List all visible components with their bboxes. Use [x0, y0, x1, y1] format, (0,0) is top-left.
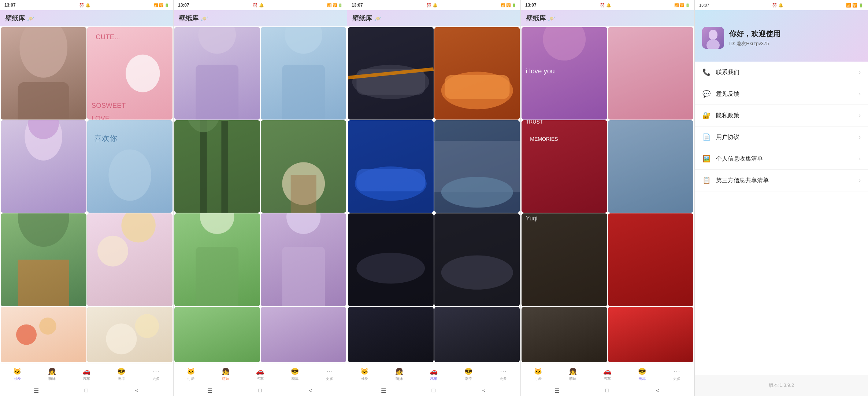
- grid-cell-3-2[interactable]: [434, 27, 520, 120]
- nav-more-3[interactable]: ⋯ 更多: [486, 367, 520, 381]
- grid-cell-1-3[interactable]: [1, 120, 86, 213]
- feedback-label: 意见反馈: [716, 90, 859, 98]
- grid-cell-2-8[interactable]: [261, 307, 346, 362]
- home-btn-4[interactable]: □: [605, 387, 609, 394]
- grid-cell-3-5[interactable]: [348, 213, 434, 306]
- grid-cell-1-7[interactable]: [1, 307, 86, 362]
- grid-cell-4-4[interactable]: MARATHON: [608, 120, 694, 213]
- grid-cell-4-1[interactable]: i love you: [522, 27, 607, 120]
- arrow-icon-terms: ›: [859, 134, 861, 140]
- grid-cell-1-8[interactable]: [87, 307, 173, 362]
- nav-icon-mengmei-3: 👧: [395, 367, 403, 375]
- menu-btn-4[interactable]: ☰: [554, 387, 560, 394]
- menu-btn-2[interactable]: ☰: [207, 387, 212, 394]
- grid-cell-1-6[interactable]: [87, 213, 173, 306]
- menu-item-third-party[interactable]: 📋 第三方信息共享清单 ›: [695, 170, 868, 191]
- nav-chaoliu-1[interactable]: 😎 潮流: [104, 367, 139, 381]
- grid-cell-3-4[interactable]: [434, 120, 520, 213]
- nav-chaoliu-3[interactable]: 😎 潮流: [451, 367, 486, 381]
- grid-cell-3-1[interactable]: [348, 27, 434, 120]
- grid-cell-4-2[interactable]: Yuqi: [608, 27, 694, 120]
- menu-btn-1[interactable]: ☰: [34, 387, 39, 394]
- nav-mengmei-2[interactable]: 👧 萌妹: [208, 367, 243, 381]
- grid-cell-1-4[interactable]: 喜欢你: [87, 120, 173, 213]
- profile-status-bar: 13:07 ⏰ 🔔 📶 🛜 🔋: [695, 0, 868, 10]
- svg-rect-30: [290, 175, 316, 213]
- bottom-nav-3: 🐱 可爱 👧 萌妹 🚗 汽车 😎 潮流 ⋯ 更多: [347, 363, 520, 385]
- nav-mengmei-3[interactable]: 👧 萌妹: [382, 367, 417, 381]
- nav-icon-car-2: 🚗: [256, 367, 264, 375]
- svg-point-13: [121, 213, 155, 242]
- nav-cute-3[interactable]: 🐱 可爱: [347, 367, 382, 381]
- arrow-icon-feedback: ›: [859, 91, 861, 97]
- nav-more-2[interactable]: ⋯ 更多: [312, 367, 347, 381]
- svg-point-14: [97, 236, 128, 267]
- nav-label-cute-2: 可爱: [187, 376, 194, 381]
- personal-info-icon: 🖼️: [702, 155, 711, 163]
- svg-rect-22: [282, 65, 325, 120]
- nav-car-2[interactable]: 🚗 汽车: [243, 367, 278, 381]
- back-btn-1[interactable]: ＜: [134, 387, 140, 395]
- nav-chaoliu-4[interactable]: 😎 潮流: [625, 367, 660, 381]
- nav-cute-2[interactable]: 🐱 可爱: [174, 367, 208, 381]
- back-btn-4[interactable]: ＜: [654, 387, 660, 395]
- menu-item-privacy[interactable]: 🔐 隐私政策 ›: [695, 105, 868, 126]
- back-btn-2[interactable]: ＜: [307, 387, 313, 395]
- nav-label-mengmei-4: 萌妹: [569, 376, 576, 381]
- grid-cell-2-3[interactable]: [174, 120, 260, 213]
- home-btn-3[interactable]: □: [432, 387, 435, 394]
- grid-cell-4-6[interactable]: SMACK: [608, 213, 694, 306]
- nav-icon-mengmei-1: 👧: [48, 367, 56, 375]
- grid-row-1-2: 喜欢你: [1, 120, 173, 213]
- nav-chaoliu-2[interactable]: 😎 潮流: [278, 367, 312, 381]
- home-btn-1[interactable]: □: [85, 387, 88, 394]
- menu-item-personal-info[interactable]: 🖼️ 个人信息收集清单 ›: [695, 148, 868, 170]
- grid-cell-1-2[interactable]: Black CUTE... SOSWEET LOVE: [87, 27, 173, 120]
- menu-item-feedback[interactable]: 💬 意见反馈 ›: [695, 83, 868, 105]
- nav-label-more-4: 更多: [673, 376, 680, 381]
- grid-row-2-4: [174, 307, 346, 362]
- menu-item-contact[interactable]: 📞 联系我们 ›: [695, 62, 868, 83]
- svg-text:SOSWEET: SOSWEET: [91, 102, 125, 109]
- grid-cell-4-5[interactable]: love love love long love Yuqi: [522, 213, 607, 306]
- nav-more-4[interactable]: ⋯ 更多: [659, 367, 694, 381]
- menu-btn-3[interactable]: ☰: [381, 387, 386, 394]
- home-btn-2[interactable]: □: [258, 387, 262, 394]
- grid-cell-1-5[interactable]: [1, 213, 86, 306]
- header-title-1: 壁纸库: [5, 14, 25, 23]
- grid-cell-4-3[interactable]: TRUST MEMORIES: [522, 120, 607, 213]
- grid-cell-3-7[interactable]: [348, 307, 434, 362]
- nav-car-3[interactable]: 🚗 汽车: [416, 367, 451, 381]
- nav-cute-1[interactable]: 🐱 可爱: [0, 367, 35, 381]
- svg-rect-44: [356, 169, 425, 191]
- grid-cell-4-7[interactable]: [522, 307, 607, 362]
- grid-row-2-3: [174, 213, 346, 306]
- grid-cell-3-3[interactable]: [348, 120, 434, 213]
- grid-cell-2-2[interactable]: [261, 27, 346, 120]
- nav-icon-cute-4: 🐱: [534, 367, 542, 375]
- grid-cell-2-1[interactable]: [174, 27, 260, 120]
- sys-bar-4: ☰ □ ＜: [521, 385, 694, 396]
- svg-text:MEMORIES: MEMORIES: [530, 136, 558, 142]
- nav-label-chaoliu-1: 潮流: [118, 376, 125, 381]
- grid-cell-2-7[interactable]: [174, 307, 260, 362]
- grid-cell-1-1[interactable]: [1, 27, 86, 120]
- nav-car-4[interactable]: 🚗 汽车: [590, 367, 625, 381]
- svg-point-33: [286, 213, 320, 234]
- svg-rect-32: [196, 247, 238, 306]
- nav-more-1[interactable]: ⋯ 更多: [138, 367, 173, 381]
- svg-rect-60: [608, 120, 694, 213]
- nav-mengmei-4[interactable]: 👧 萌妹: [556, 367, 590, 381]
- grid-cell-3-6[interactable]: [434, 213, 520, 306]
- grid-cell-2-6[interactable]: [261, 213, 346, 306]
- header-icon-3: 🪐: [374, 15, 382, 22]
- grid-cell-2-4[interactable]: [261, 120, 346, 213]
- nav-car-1[interactable]: 🚗 汽车: [69, 367, 104, 381]
- menu-item-terms[interactable]: 📄 用户协议 ›: [695, 126, 868, 148]
- grid-cell-2-5[interactable]: [174, 213, 260, 306]
- back-btn-3[interactable]: ＜: [481, 387, 487, 395]
- grid-cell-3-8[interactable]: [434, 307, 520, 362]
- nav-mengmei-1[interactable]: 👧 萌妹: [35, 367, 70, 381]
- grid-cell-4-8[interactable]: [608, 307, 694, 362]
- nav-cute-4[interactable]: 🐱 可爱: [521, 367, 556, 381]
